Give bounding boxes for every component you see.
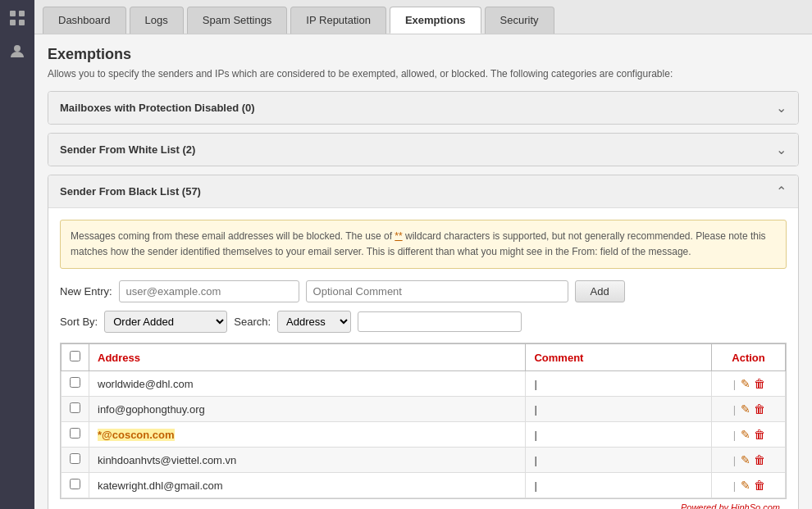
- highlighted-address: *@coscon.com: [98, 429, 175, 441]
- row-check-cell: [62, 422, 89, 448]
- sidebar: [0, 0, 34, 509]
- row-checkbox[interactable]: [70, 428, 80, 439]
- tab-ip-reputation[interactable]: IP Reputation: [290, 7, 386, 34]
- edit-icon[interactable]: ✎: [741, 402, 750, 416]
- section-mailboxes-title: Mailboxes with Protection Disabled (0): [60, 102, 255, 114]
- svg-point-4: [14, 45, 21, 52]
- section-mailboxes-header[interactable]: Mailboxes with Protection Disabled (0) ⌄: [48, 92, 798, 124]
- table-row: katewright.dhl@gmail.com | | ✎ 🗑: [62, 473, 786, 498]
- table-row: info@gophongthuy.org | | ✎ 🗑: [62, 397, 786, 422]
- add-button[interactable]: Add: [575, 280, 625, 302]
- tab-exemptions[interactable]: Exemptions: [390, 7, 481, 34]
- tab-dashboard[interactable]: Dashboard: [43, 7, 126, 34]
- sort-by-label: Sort By:: [60, 316, 98, 328]
- sidebar-grid-icon[interactable]: [7, 8, 27, 28]
- chevron-down-icon-mailboxes: ⌄: [776, 100, 787, 116]
- row-comment: |: [526, 473, 712, 498]
- search-type-select[interactable]: Address Comment: [277, 311, 351, 333]
- row-action: | ✎ 🗑: [712, 473, 786, 498]
- search-label: Search:: [234, 316, 271, 328]
- row-address: katewright.dhl@gmail.com: [89, 473, 526, 498]
- svg-rect-3: [19, 20, 25, 25]
- row-check-cell: [62, 371, 89, 397]
- edit-icon[interactable]: ✎: [741, 428, 750, 441]
- edit-icon[interactable]: ✎: [741, 377, 750, 390]
- row-address: kinhdoanhvts@viettel.com.vn: [89, 448, 526, 473]
- col-header-action: Action: [712, 344, 786, 371]
- search-input[interactable]: [358, 311, 522, 332]
- section-mailboxes: Mailboxes with Protection Disabled (0) ⌄: [48, 91, 799, 125]
- section-blacklist-body: Messages coming from these email address…: [48, 207, 798, 509]
- section-whitelist: Sender From White List (2) ⌄: [48, 133, 799, 166]
- row-action: | ✎ 🗑: [712, 448, 786, 473]
- tab-logs[interactable]: Logs: [130, 7, 184, 34]
- blacklist-table: Address Comment Action: [61, 343, 786, 498]
- main-content: Dashboard Logs Spam Settings IP Reputati…: [34, 0, 812, 509]
- delete-icon[interactable]: 🗑: [754, 479, 765, 492]
- blacklist-info-box: Messages coming from these email address…: [60, 220, 787, 269]
- chevron-up-icon-blacklist: ⌃: [776, 184, 787, 199]
- svg-rect-1: [19, 11, 25, 16]
- col-header-check: [62, 344, 89, 371]
- delete-icon[interactable]: 🗑: [754, 428, 765, 441]
- delete-icon[interactable]: 🗑: [754, 377, 765, 390]
- sort-search-row: Sort By: Order Added Address Comment Sea…: [60, 311, 787, 333]
- row-action: | ✎ 🗑: [712, 371, 786, 397]
- chevron-down-icon-whitelist: ⌄: [776, 142, 787, 157]
- row-comment: |: [526, 448, 712, 473]
- col-header-comment: Comment: [526, 344, 712, 371]
- page-body: Exemptions Allows you to specify the sen…: [34, 34, 812, 509]
- row-address: *@coscon.com: [89, 422, 526, 448]
- blacklist-table-wrapper: Address Comment Action: [60, 343, 787, 499]
- row-action: | ✎ 🗑: [712, 422, 786, 448]
- row-check-cell: [62, 473, 89, 498]
- row-address: info@gophongthuy.org: [89, 397, 526, 422]
- row-action: | ✎ 🗑: [712, 397, 786, 422]
- new-entry-label: New Entry:: [60, 285, 112, 298]
- row-checkbox[interactable]: [70, 377, 80, 388]
- row-checkbox[interactable]: [70, 402, 80, 413]
- page-desc: Allows you to specify the senders and IP…: [48, 68, 799, 80]
- page-title: Exemptions: [48, 46, 799, 63]
- comment-input[interactable]: [306, 280, 568, 302]
- new-entry-form: New Entry: Add: [60, 280, 787, 302]
- table-row: worldwide@dhl.com | | ✎ 🗑: [62, 371, 786, 397]
- row-checkbox[interactable]: [70, 453, 80, 464]
- email-input[interactable]: [119, 280, 299, 302]
- delete-icon[interactable]: 🗑: [754, 402, 765, 416]
- col-header-address: Address: [89, 344, 526, 371]
- row-comment: |: [526, 422, 712, 448]
- tab-spam-settings[interactable]: Spam Settings: [187, 7, 288, 34]
- svg-rect-0: [10, 11, 16, 16]
- section-blacklist-header[interactable]: Sender From Black List (57) ⌃: [48, 175, 798, 207]
- edit-icon[interactable]: ✎: [741, 453, 750, 466]
- svg-rect-2: [10, 20, 16, 25]
- section-blacklist-title: Sender From Black List (57): [60, 185, 201, 198]
- row-comment: |: [526, 397, 712, 422]
- sidebar-user-icon[interactable]: [7, 41, 27, 61]
- table-row: kinhdoanhvts@viettel.com.vn | | ✎ 🗑: [62, 448, 786, 473]
- row-check-cell: [62, 397, 89, 422]
- tab-security[interactable]: Security: [485, 7, 554, 34]
- row-address: worldwide@dhl.com: [89, 371, 526, 397]
- wildcard-link[interactable]: **: [395, 230, 402, 242]
- section-blacklist: Sender From Black List (57) ⌃ Messages c…: [48, 175, 799, 509]
- delete-icon[interactable]: 🗑: [754, 453, 765, 466]
- row-check-cell: [62, 448, 89, 473]
- row-checkbox[interactable]: [70, 479, 80, 489]
- edit-icon[interactable]: ✎: [741, 479, 750, 492]
- sort-by-select[interactable]: Order Added Address Comment: [104, 311, 227, 333]
- row-comment: |: [526, 371, 712, 397]
- table-row: *@coscon.com | | ✎ 🗑: [62, 422, 786, 448]
- powered-by: Powered by HinhSo.com: [60, 499, 787, 509]
- select-all-checkbox[interactable]: [70, 351, 80, 361]
- section-whitelist-header[interactable]: Sender From White List (2) ⌄: [48, 134, 798, 166]
- section-whitelist-title: Sender From White List (2): [60, 143, 195, 156]
- nav-tabs: Dashboard Logs Spam Settings IP Reputati…: [34, 0, 812, 34]
